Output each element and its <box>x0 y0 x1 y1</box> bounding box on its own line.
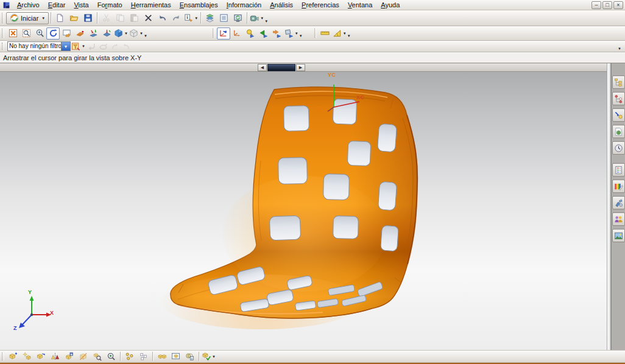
menu-editar[interactable]: Editar <box>44 1 70 9</box>
scroll-left-arrow[interactable]: ◀ <box>258 64 267 71</box>
dropdown-arrow-icon[interactable]: ▼ <box>194 16 198 20</box>
product-outline-button[interactable] <box>169 351 183 362</box>
toolbar-overflow-icon[interactable]: ▼ <box>264 19 268 23</box>
minimize-button[interactable]: – <box>591 1 601 9</box>
component-groups-button[interactable] <box>155 351 169 362</box>
assembly-navigator-button[interactable] <box>612 75 625 89</box>
undo-button[interactable] <box>155 12 169 25</box>
find-component-button[interactable] <box>90 351 104 362</box>
rendering-style-button[interactable]: ▼ <box>129 27 144 40</box>
save-button[interactable] <box>81 12 95 25</box>
mirror-assembly-button[interactable] <box>48 351 62 362</box>
menu-vista[interactable]: Vista <box>69 1 93 9</box>
new-component-button[interactable] <box>20 351 34 362</box>
menu-informacion[interactable]: Información <box>222 1 266 9</box>
move-component-button[interactable] <box>34 351 48 362</box>
perspective-button[interactable] <box>73 27 87 40</box>
chair-model[interactable] <box>161 85 417 329</box>
history-palette-button[interactable] <box>612 141 625 155</box>
menu-herramientas[interactable]: Herramientas <box>127 1 175 9</box>
toolbar-overflow-icon[interactable]: ▼ <box>299 34 303 38</box>
paste-button[interactable] <box>127 12 141 25</box>
screen-capture-button[interactable]: ▼ <box>249 12 264 25</box>
cut-button[interactable] <box>99 12 113 25</box>
dropdown-arrow-icon[interactable]: ▼ <box>212 355 216 359</box>
restore-button[interactable]: □ <box>602 1 612 9</box>
visualization-list-button[interactable] <box>217 12 231 25</box>
show-component-button[interactable] <box>104 351 118 362</box>
zoom-in-out-button[interactable] <box>33 27 46 40</box>
replace-component-button[interactable] <box>62 351 76 362</box>
menu-analisis[interactable]: Análisis <box>266 1 297 9</box>
arrangements-button[interactable]: ▼ <box>201 351 216 362</box>
part-navigator-button[interactable] <box>612 108 625 122</box>
roles-button[interactable] <box>612 212 625 226</box>
orient-view-trimetric-button[interactable] <box>87 27 100 40</box>
reuse-library-button[interactable] <box>612 125 625 138</box>
toolbar-grip[interactable] <box>213 29 215 38</box>
information-palette-button[interactable] <box>612 163 625 177</box>
iniciar-button[interactable]: Iniciar▼ <box>6 12 49 24</box>
dropdown-arrow-icon[interactable]: ▼ <box>124 32 128 35</box>
system-scenes-button[interactable] <box>612 229 625 242</box>
vertical-scrollbar[interactable] <box>607 63 611 350</box>
layer-settings-button[interactable] <box>203 12 217 25</box>
dropdown-arrow-icon[interactable]: ▼ <box>343 32 347 35</box>
sequence-find-button[interactable] <box>244 27 257 40</box>
toolbar-overflow-icon[interactable]: ▼ <box>144 34 147 38</box>
select-previous-button[interactable] <box>86 41 97 51</box>
orient-view-isometric-button[interactable] <box>100 27 113 40</box>
pan-view-button[interactable] <box>60 27 73 40</box>
dropdown-arrow-icon[interactable]: ▼ <box>139 32 143 35</box>
deselect-last-button[interactable] <box>109 41 121 51</box>
toolbar-grip[interactable] <box>2 13 4 23</box>
selection-scope-button[interactable]: ▼ <box>71 41 86 51</box>
dropdown-arrow-icon[interactable]: ▼ <box>82 44 85 48</box>
suppress-component-button[interactable] <box>76 351 90 362</box>
menu-ventana[interactable]: Ventana <box>344 1 376 9</box>
copy-button[interactable] <box>113 12 127 25</box>
menu-ensamblajes[interactable]: Ensamblajes <box>175 1 222 9</box>
close-button[interactable]: × <box>613 1 623 9</box>
combo-dropdown-button[interactable]: ▼ <box>61 42 70 51</box>
deselect-components-button[interactable] <box>136 351 150 362</box>
reselect-button[interactable] <box>121 41 132 51</box>
scroll-thumb[interactable] <box>267 64 295 71</box>
rotate-view-button[interactable] <box>46 27 60 40</box>
shaded-view-button[interactable]: ▼ <box>113 27 129 40</box>
wave-geometry-linker-button[interactable] <box>183 351 197 362</box>
dropdown-arrow-icon[interactable]: ▼ <box>295 32 298 35</box>
csys-dynamics-button[interactable] <box>217 27 230 40</box>
toolbar-grip[interactable] <box>2 352 4 360</box>
menu-formato[interactable]: Formato <box>93 1 127 9</box>
toolbar-grip[interactable] <box>2 29 4 38</box>
csys-orientation-button[interactable] <box>230 27 244 40</box>
scroll-right-arrow[interactable]: ▶ <box>296 64 305 71</box>
refresh-display-button[interactable] <box>231 12 245 25</box>
toolbar-grip[interactable] <box>2 43 4 50</box>
toolbar-overflow-icon[interactable]: ▼ <box>618 47 621 51</box>
zoom-window-button[interactable] <box>19 27 33 40</box>
constraint-navigator-button[interactable] <box>612 92 625 105</box>
toolbar-grip[interactable] <box>314 29 317 38</box>
fit-view-button[interactable] <box>6 27 19 40</box>
machining-wizards-button[interactable] <box>612 196 625 209</box>
graphics-viewport[interactable]: ◀ ▶ YC XC ZC Y X Z <box>0 63 607 350</box>
redo-button[interactable] <box>169 12 183 25</box>
open-button[interactable] <box>67 12 81 25</box>
add-component-button[interactable] <box>6 351 20 362</box>
measure-angle-button[interactable]: ▼ <box>332 27 347 40</box>
dropdown-arrow-icon[interactable]: ▼ <box>41 16 45 20</box>
menu-archivo[interactable]: Archivo <box>13 1 44 9</box>
sequence-play-button[interactable] <box>257 27 270 40</box>
menu-preferencias[interactable]: Preferencias <box>297 1 344 9</box>
dropdown-arrow-icon[interactable]: ▼ <box>260 16 264 20</box>
viewport-scene[interactable] <box>0 63 607 350</box>
selection-filter-combo[interactable]: No hay ningún filtro de ▼ <box>7 41 71 51</box>
sequence-step-button[interactable] <box>270 27 284 40</box>
command-finder-button[interactable]: i▼ <box>183 12 199 25</box>
sequence-export-button[interactable]: ▼ <box>284 27 299 40</box>
measure-distance-button[interactable] <box>319 27 332 40</box>
toolbar-overflow-icon[interactable]: ▼ <box>347 34 351 38</box>
visualization-palette-button[interactable] <box>612 180 625 193</box>
